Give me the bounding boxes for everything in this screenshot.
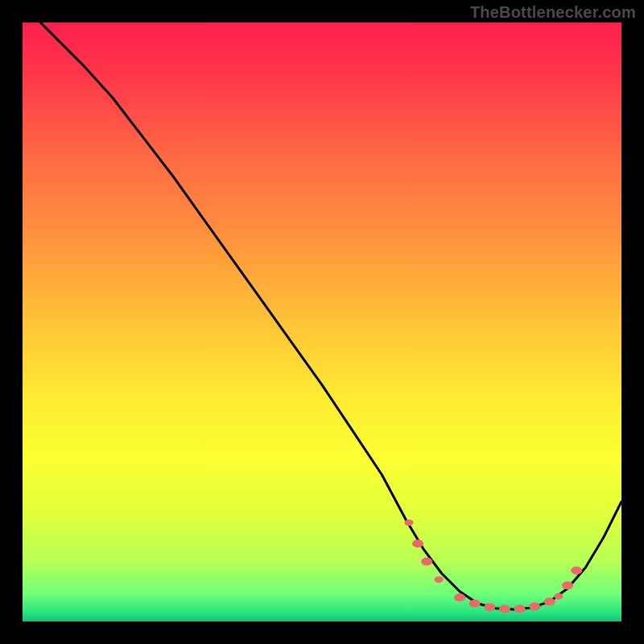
- watermark-text: TheBottlenecker.com: [470, 3, 636, 22]
- optimal-marker: [499, 605, 510, 613]
- optimal-marker: [404, 519, 413, 526]
- optimal-marker: [514, 605, 526, 613]
- optimal-marker: [554, 593, 563, 600]
- bottleneck-chart: [23, 23, 621, 621]
- optimal-marker: [571, 567, 582, 575]
- optimal-marker: [469, 600, 481, 608]
- chart-frame: TheBottlenecker.com: [0, 0, 644, 644]
- optimal-marker: [421, 558, 432, 566]
- optimal-marker: [562, 581, 573, 589]
- optimal-marker: [544, 597, 555, 605]
- optimal-marker: [484, 603, 495, 611]
- optimal-marker: [412, 539, 423, 547]
- plot-area: [23, 23, 621, 621]
- optimal-marker: [454, 593, 465, 601]
- optimal-marker: [434, 576, 443, 583]
- optimal-marker: [529, 602, 540, 610]
- gradient-background: [23, 23, 621, 621]
